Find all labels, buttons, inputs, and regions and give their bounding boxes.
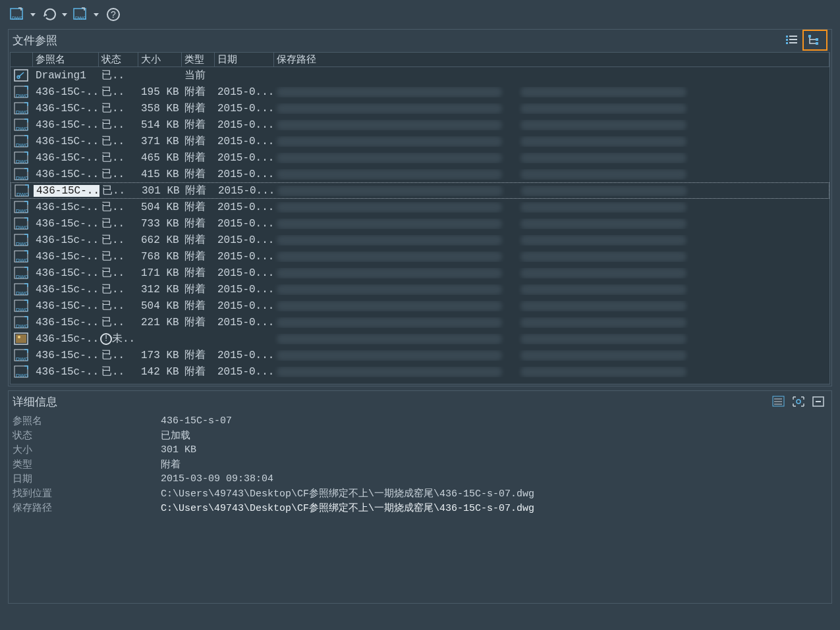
row-status: 已.. (99, 266, 138, 280)
list-view-button[interactable] (783, 32, 801, 49)
refresh-button[interactable] (40, 3, 69, 26)
table-header: 参照名 状态 大小 类型 日期 保存路径 (11, 53, 829, 67)
svg-text:DWG: DWG (16, 142, 29, 148)
row-size: 504 KB (138, 201, 182, 213)
column-header-icon[interactable] (11, 53, 33, 66)
table-row[interactable]: DWG436-15C-...已..195 KB附着2015-0... (11, 84, 829, 100)
preview-icon (792, 396, 805, 407)
row-name: Drawing1 (33, 70, 99, 82)
table-row[interactable]: DWG436-15C-...已..465 KB附着2015-0... (11, 149, 829, 166)
row-name: 436-15c-... (33, 350, 99, 361)
svg-rect-10 (786, 42, 788, 44)
blurred-text (520, 136, 686, 147)
detail-label: 日期 (13, 473, 161, 485)
table-row[interactable]: 436-15c-...!未.. (11, 330, 829, 347)
row-name: 436-15C-... (33, 267, 99, 279)
table-row[interactable]: DWG436-15c-...已..312 KB附着2015-0... (11, 281, 829, 298)
row-icon: DWG (11, 315, 33, 330)
blurred-text (277, 202, 502, 213)
column-header-type[interactable]: 类型 (182, 53, 215, 66)
row-name: 436-15c-... (33, 284, 99, 296)
row-name: 436-15C-... (33, 300, 99, 312)
help-button[interactable]: ? (103, 3, 124, 26)
panel-title: 文件参照 (13, 33, 57, 48)
detail-row-name: 参照名 436-15C-s-07 (13, 413, 827, 428)
tree-view-button[interactable] (802, 30, 827, 51)
list-icon (785, 34, 798, 46)
chevron-down-icon (94, 13, 99, 16)
details-list-button[interactable] (770, 393, 788, 410)
table-row[interactable]: DWG436-15C-...已..358 KB附着2015-0... (11, 100, 829, 117)
table-row[interactable]: DWG436-15C-...已..415 KB附着2015-0... (11, 166, 829, 182)
table-row[interactable]: DWG436-15c-...已..733 KB附着2015-0... (11, 215, 829, 232)
table-row[interactable]: DWG436-15C-...已..171 KB附着2015-0... (11, 265, 829, 281)
collapse-button[interactable] (809, 393, 827, 410)
column-header-status[interactable]: 状态 (99, 53, 138, 66)
table-row[interactable]: DWG436-15C-...已..301 KB附着2015-0... (11, 182, 829, 199)
blurred-text (277, 219, 502, 229)
svg-text:DWG: DWG (16, 208, 29, 214)
svg-rect-9 (789, 39, 797, 40)
row-date: 2015-0... (215, 366, 274, 378)
detail-label: 状态 (13, 429, 161, 442)
table-row[interactable]: DWG436-15c-...已..173 KB附着2015-0... (11, 347, 829, 363)
row-type: 附着 (182, 365, 215, 379)
detail-label: 类型 (13, 458, 161, 471)
blurred-text (277, 350, 502, 361)
row-size: 514 KB (138, 119, 182, 131)
column-header-date[interactable]: 日期 (215, 53, 274, 66)
blurred-text (277, 301, 502, 311)
table-row[interactable]: DWG436-15C-...已..514 KB附着2015-0... (11, 117, 829, 133)
svg-text:?: ? (111, 9, 116, 20)
table-row[interactable]: DWG436-15C-...已..371 KB附着2015-0... (11, 133, 829, 149)
blurred-text (277, 120, 502, 130)
row-size: 195 KB (138, 86, 182, 98)
row-type: 附着 (182, 134, 215, 148)
dwg-attach-icon: DWG (9, 5, 28, 24)
detail-row-path: 保存路径 C:\Users\49743\Desktop\CF参照绑定不上\一期烧… (13, 500, 827, 515)
table-row[interactable]: Drawing1已..当前 (11, 67, 829, 84)
row-size: 768 KB (138, 251, 182, 263)
svg-rect-15 (14, 70, 28, 81)
row-date: 2015-0... (215, 201, 274, 213)
preview-button[interactable] (789, 393, 808, 410)
column-header-size[interactable]: 大小 (138, 53, 182, 66)
table-row[interactable]: DWG436-15c-...已..221 KB附着2015-0... (11, 314, 829, 330)
panel-header: 文件参照 (9, 30, 831, 51)
row-status: 已.. (99, 151, 138, 165)
svg-text:DWG: DWG (16, 257, 29, 263)
row-name: 436-15c-... (33, 234, 99, 246)
row-date: 2015-0... (215, 350, 274, 361)
table-row[interactable]: DWG436-15C-...已..504 KB附着2015-0... (11, 298, 829, 314)
row-type: 附着 (182, 282, 215, 296)
blurred-text (520, 219, 686, 229)
save-button[interactable]: DWG (71, 3, 100, 26)
svg-rect-8 (786, 39, 788, 41)
row-type: 附着 (182, 233, 215, 247)
detail-value: 附着 (161, 458, 181, 471)
column-header-path[interactable]: 保存路径 (274, 53, 829, 66)
table-row[interactable]: DWG436-15c-...已..142 KB附着2015-0... (11, 363, 829, 380)
row-status: 已.. (99, 68, 138, 82)
table-row[interactable]: DWG436-15c-...已..504 KB附着2015-0... (11, 199, 829, 215)
details-panel: 详细信息 (8, 390, 832, 604)
blurred-text (277, 367, 502, 377)
blurred-text (520, 317, 686, 328)
row-name: 436-15C-... (33, 103, 99, 115)
blurred-text (520, 334, 686, 344)
column-header-name[interactable]: 参照名 (33, 53, 99, 66)
row-size: 312 KB (138, 284, 182, 296)
svg-rect-12 (808, 35, 811, 38)
table-row[interactable]: DWG436-15c-...已..662 KB附着2015-0... (11, 232, 829, 248)
row-date: 2015-0... (215, 234, 274, 246)
row-size: 171 KB (138, 267, 182, 279)
table-row[interactable]: DWG436-15c-...已..768 KB附着2015-0... (11, 248, 829, 265)
svg-point-49 (18, 336, 20, 338)
attach-dwg-button[interactable]: DWG (8, 3, 37, 26)
row-name: 436-15c-... (33, 251, 99, 263)
row-status: 已.. (99, 134, 138, 148)
detail-value: 436-15C-s-07 (161, 415, 232, 427)
blurred-text (277, 169, 502, 180)
detail-label: 找到位置 (13, 487, 161, 500)
svg-text:DWG: DWG (16, 307, 29, 313)
